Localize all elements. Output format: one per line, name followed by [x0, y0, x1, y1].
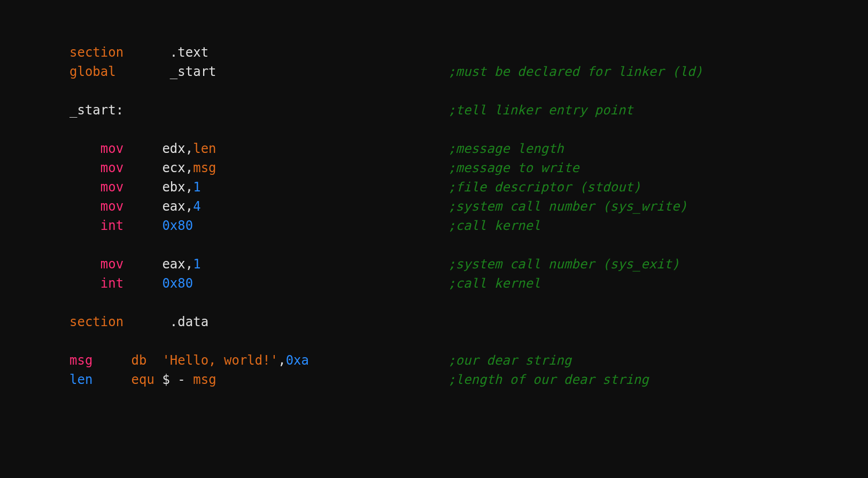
operand-num: 0x80 [162, 276, 193, 291]
keyword-equ: equ [131, 372, 154, 387]
label-msg: msg [69, 353, 92, 368]
label-start: _start: [69, 103, 123, 118]
label-len: len [69, 372, 92, 387]
operand-reg: eax, [162, 199, 193, 214]
operand-reg: ecx, [162, 160, 193, 175]
comment-line: ;file descriptor (stdout) [448, 180, 641, 195]
comment-line: ;tell linker entry point [448, 103, 633, 118]
comment-line: ;system call number (sys_exit) [448, 257, 679, 272]
instr-int: int [100, 218, 123, 233]
operand-reg: edx, [162, 141, 193, 156]
operand-reg: ebx, [162, 180, 193, 195]
expr-dollar: $ [162, 372, 169, 387]
num-literal: 0xa [286, 353, 309, 368]
operand-ident: msg [193, 160, 216, 175]
instr-mov: mov [100, 141, 123, 156]
operand-num: 1 [193, 257, 200, 272]
operand-num: 1 [193, 180, 200, 195]
instr-mov: mov [100, 180, 123, 195]
instr-mov: mov [100, 257, 123, 272]
comment-line: ;message length [448, 141, 564, 156]
operand-reg: eax, [162, 257, 193, 272]
arg-text: .text [170, 45, 208, 60]
assembly-code-block: section .text global _start ;must be dec… [0, 0, 868, 389]
operand-ident: len [193, 141, 216, 156]
operand-num: 0x80 [162, 218, 193, 233]
instr-int: int [100, 276, 123, 291]
instr-mov: mov [100, 160, 123, 175]
keyword-section: section [69, 314, 123, 329]
keyword-db: db [131, 353, 147, 368]
instr-mov: mov [100, 199, 123, 214]
arg-start: _start [170, 64, 216, 79]
string-literal: 'Hello, world!' [162, 353, 278, 368]
arg-data: .data [170, 314, 208, 329]
keyword-global: global [69, 64, 116, 79]
operand-num: 4 [193, 199, 200, 214]
comment-line: ;our dear string [448, 353, 571, 368]
keyword-section: section [69, 45, 123, 60]
comma: , [278, 353, 285, 368]
comment-line: ;call kernel [448, 218, 540, 233]
expr-dash: - [170, 372, 193, 387]
comment-line: ;call kernel [448, 276, 540, 291]
comment-line: ;must be declared for linker (ld) [448, 64, 703, 79]
comment-line: ;system call number (sys_write) [448, 199, 687, 214]
comment-line: ;message to write [448, 160, 579, 175]
comment-line: ;length of our dear string [448, 372, 649, 387]
expr-msg: msg [193, 372, 216, 387]
